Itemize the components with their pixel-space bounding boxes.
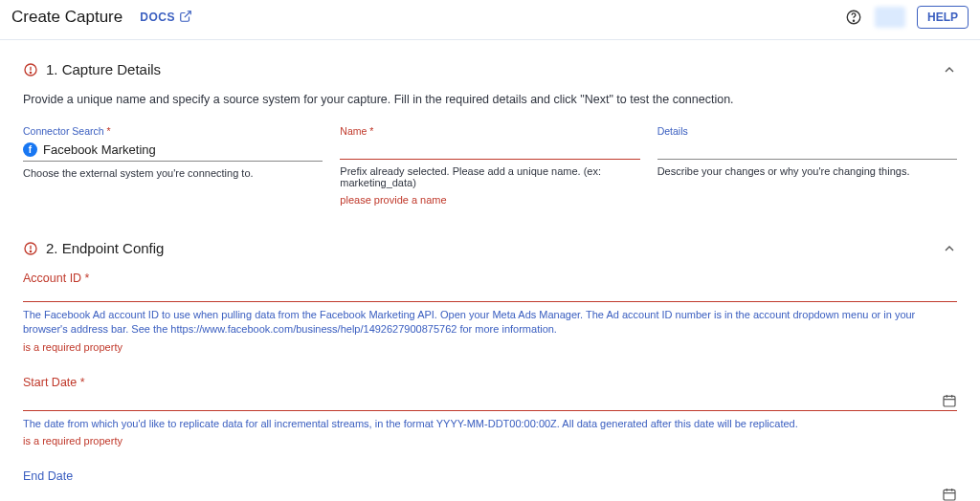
connector-search-field: Connector Search * f Facebook Marketing … [23,125,323,206]
help-button-label: HELP [927,11,958,24]
svg-point-2 [853,20,854,21]
name-error: please provide a name [340,194,639,206]
capture-details-form: Connector Search * f Facebook Marketing … [23,125,957,206]
start-date-field: Start Date * The date from which you'd l… [23,376,957,447]
svg-point-8 [30,250,31,251]
name-help: Prefix already selected. Please add a un… [340,165,639,188]
svg-point-5 [30,72,31,73]
name-input[interactable] [340,139,639,160]
external-link-icon [179,10,192,26]
svg-rect-13 [944,490,955,501]
svg-line-0 [185,11,190,16]
help-circle-icon[interactable] [844,8,863,27]
section-header-endpoint-config[interactable]: 2. Endpoint Config [23,240,957,256]
facebook-icon: f [23,142,37,157]
account-id-input[interactable] [23,287,957,302]
help-button[interactable]: HELP [917,6,969,29]
section-description: Provide a unique name and specify a sour… [23,93,957,106]
section-title-wrap: 1. Capture Details [23,61,161,77]
start-date-label: Start Date * [23,376,957,389]
header-right: HELP [844,6,969,29]
user-avatar[interactable] [875,7,905,28]
account-id-field: Account ID * The Facebook Ad account ID … [23,272,957,353]
section-title: 1. Capture Details [46,61,161,77]
end-date-label: End Date [23,469,957,483]
details-label: Details [657,125,957,137]
account-id-help: The Facebook Ad account ID to use when p… [23,308,957,338]
start-date-error: is a required property [23,435,957,447]
app-header: Create Capture DOCS HELP [0,0,980,39]
account-id-label: Account ID * [23,272,957,285]
section-header-capture-details[interactable]: 1. Capture Details [23,61,957,77]
chevron-up-icon [942,62,957,77]
docs-label: DOCS [140,11,175,24]
alert-icon [23,241,38,256]
section-endpoint-config: 2. Endpoint Config Account ID * The Face… [0,206,980,501]
page-body: 1. Capture Details Provide a unique name… [0,39,980,501]
start-date-help: The date from which you'd like to replic… [23,417,957,431]
connector-value: Facebook Marketing [43,142,156,157]
start-date-input[interactable] [23,391,957,411]
section-title-wrap: 2. Endpoint Config [23,240,164,256]
calendar-icon[interactable] [942,487,957,501]
section-capture-details: 1. Capture Details Provide a unique name… [0,40,980,206]
docs-link[interactable]: DOCS [140,10,192,26]
end-date-field: End Date The date until which you'd like… [23,469,957,501]
connector-help: Choose the external system you're connec… [23,167,323,179]
section-title: 2. Endpoint Config [46,240,164,256]
connector-search-input[interactable]: f Facebook Marketing [23,139,323,162]
page-title: Create Capture [11,8,122,27]
details-input[interactable] [657,139,957,160]
end-date-input[interactable] [23,485,957,501]
name-field: Name * Prefix already selected. Please a… [340,125,639,206]
account-id-error: is a required property [23,341,957,353]
alert-icon [23,62,38,77]
name-label: Name * [340,125,639,137]
chevron-up-icon [942,241,957,256]
details-field: Details Describe your changes or why you… [657,125,957,206]
svg-rect-9 [944,396,955,406]
calendar-icon[interactable] [942,393,957,408]
header-left: Create Capture DOCS [11,8,192,27]
details-help: Describe your changes or why you're chan… [657,165,957,177]
connector-search-label: Connector Search * [23,125,323,137]
